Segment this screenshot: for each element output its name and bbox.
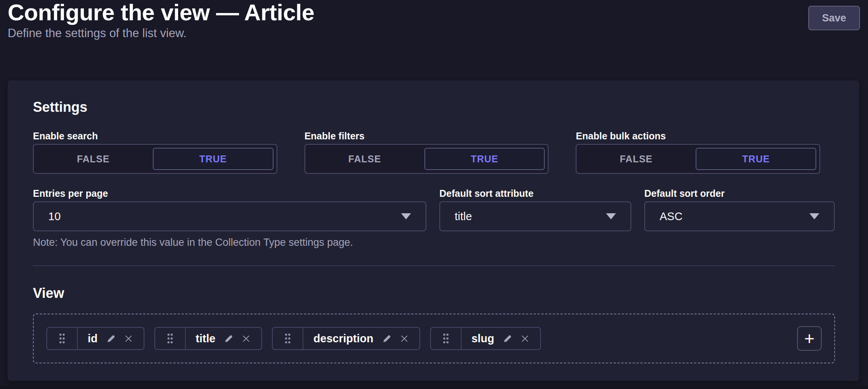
page-title: Configure the view — Article — [8, 1, 314, 25]
edit-field-button[interactable] — [224, 334, 233, 343]
toggle-option-false[interactable]: FALSE — [576, 145, 696, 173]
page-header-text: Configure the view — Article Define the … — [8, 1, 314, 40]
pencil-icon — [382, 334, 391, 343]
selects-row: Entries per page 10 Default sort attribu… — [33, 188, 835, 231]
select-value: ASC — [660, 210, 683, 223]
page-header: Configure the view — Article Define the … — [0, 0, 868, 40]
default-sort-order-field: Default sort order ASC — [644, 188, 835, 231]
pencil-icon — [224, 334, 233, 343]
default-sort-attribute-select[interactable]: title — [439, 201, 631, 231]
pencil-icon — [503, 334, 512, 343]
field-chip-label: title — [196, 332, 216, 345]
default-sort-order-label: Default sort order — [644, 188, 835, 198]
enable-search-label: Enable search — [33, 131, 292, 141]
field-chip-label: id — [88, 332, 98, 345]
drag-handle[interactable] — [155, 328, 186, 349]
close-icon — [400, 334, 409, 343]
field-chip-body: title — [186, 328, 262, 349]
caret-down-icon — [401, 213, 411, 219]
toggle-option-false[interactable]: FALSE — [34, 145, 153, 173]
select-value: 10 — [48, 210, 61, 223]
default-sort-attribute-field: Default sort attribute title — [439, 188, 631, 231]
edit-field-button[interactable] — [106, 334, 116, 343]
close-icon — [124, 334, 133, 343]
toggle-option-true[interactable]: TRUE — [424, 148, 545, 170]
remove-field-button[interactable] — [400, 334, 409, 343]
default-sort-order-select[interactable]: ASC — [644, 201, 835, 231]
enable-filters-toggle: FALSE TRUE — [305, 144, 549, 174]
drag-handle[interactable] — [47, 328, 78, 349]
entries-per-page-note: Note: You can override this value in the… — [33, 237, 835, 248]
field-chip-label: description — [313, 332, 373, 345]
entries-per-page-select[interactable]: 10 — [33, 201, 426, 231]
settings-heading: Settings — [33, 100, 835, 114]
view-heading: View — [33, 286, 835, 300]
enable-search-field: Enable search FALSE TRUE — [33, 131, 292, 174]
enable-filters-label: Enable filters — [305, 131, 564, 141]
edit-field-button[interactable] — [382, 334, 391, 343]
field-chip-description: description — [272, 327, 420, 350]
pencil-icon — [106, 334, 116, 343]
field-chip-body: slug — [462, 328, 540, 349]
drag-handle-icon — [58, 333, 66, 344]
field-chip-id: id — [46, 327, 144, 350]
close-icon — [521, 334, 529, 343]
remove-field-button[interactable] — [521, 334, 529, 343]
add-field-button[interactable]: + — [797, 326, 822, 351]
caret-down-icon — [606, 213, 616, 219]
remove-field-button[interactable] — [124, 334, 133, 343]
toggle-option-true[interactable]: TRUE — [696, 148, 816, 170]
enable-filters-field: Enable filters FALSE TRUE — [305, 131, 564, 174]
settings-card: Settings Enable search FALSE TRUE Enable… — [8, 80, 859, 381]
toggle-option-true[interactable]: TRUE — [153, 148, 274, 170]
field-chip-slug: slug — [430, 327, 541, 350]
select-value: title — [455, 210, 472, 223]
remove-field-button[interactable] — [242, 334, 251, 343]
field-chip-title: title — [154, 327, 262, 350]
enable-search-toggle: FALSE TRUE — [33, 144, 277, 174]
field-chip-body: description — [303, 328, 419, 349]
drag-handle-icon — [166, 333, 174, 344]
close-icon — [242, 334, 251, 343]
entries-per-page-label: Entries per page — [33, 188, 426, 198]
field-drop-zone: id title — [33, 314, 835, 363]
enable-bulk-actions-toggle: FALSE TRUE — [576, 144, 820, 174]
page-subtitle: Define the settings of the list view. — [8, 27, 314, 40]
drag-handle[interactable] — [273, 328, 303, 349]
drag-handle-icon — [284, 333, 292, 344]
toggle-option-false[interactable]: FALSE — [305, 145, 424, 173]
caret-down-icon — [809, 213, 819, 219]
drag-handle-icon — [442, 333, 450, 344]
field-chip-body: id — [78, 328, 144, 349]
enable-bulk-actions-field: Enable bulk actions FALSE TRUE — [576, 131, 835, 174]
save-button[interactable]: Save — [808, 6, 860, 30]
edit-field-button[interactable] — [503, 334, 512, 343]
field-chip-label: slug — [472, 332, 495, 345]
entries-per-page-field: Entries per page 10 — [33, 188, 426, 231]
enable-bulk-actions-label: Enable bulk actions — [576, 131, 835, 141]
default-sort-attribute-label: Default sort attribute — [439, 188, 631, 198]
drag-handle[interactable] — [431, 328, 462, 349]
toggles-row: Enable search FALSE TRUE Enable filters … — [33, 131, 835, 174]
bottom-edge-strip — [0, 386, 868, 389]
section-divider — [33, 265, 835, 266]
